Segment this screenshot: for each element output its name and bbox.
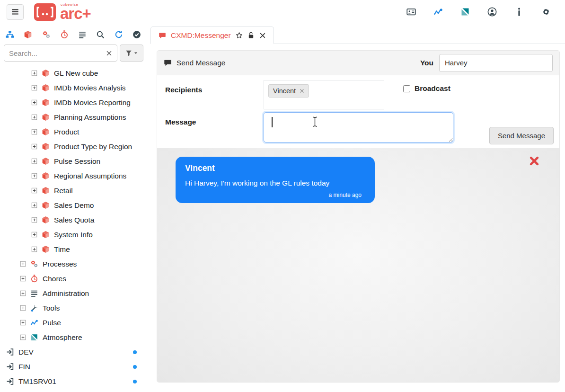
expand-icon[interactable] xyxy=(31,99,37,106)
refresh-icon[interactable] xyxy=(115,30,123,39)
tree-item-server-dev[interactable]: DEV xyxy=(0,345,147,359)
hamburger-icon xyxy=(11,8,19,16)
expand-icon[interactable] xyxy=(31,158,37,164)
tree-item-label: Product Type by Region xyxy=(54,143,132,151)
tree-item-pulse[interactable]: Pulse xyxy=(0,315,147,330)
tab-cxmd-messenger[interactable]: CXMD:Messenger xyxy=(150,27,274,44)
hierarchy-icon[interactable] xyxy=(6,30,14,39)
search-box[interactable] xyxy=(4,45,117,62)
message-textarea[interactable] xyxy=(264,112,453,143)
expand-icon[interactable] xyxy=(20,320,26,326)
tree-item-atmosphere[interactable]: Atmosphere xyxy=(0,330,147,345)
tree-item-label: DEV xyxy=(18,348,34,356)
expand-icon[interactable] xyxy=(31,173,37,179)
info-icon[interactable] xyxy=(514,7,524,17)
star-icon[interactable] xyxy=(236,32,243,39)
tree-item-label: Processes xyxy=(43,260,77,268)
cube-icon xyxy=(42,157,50,165)
filter-dropdown-button[interactable] xyxy=(120,45,143,62)
hamburger-menu-button[interactable] xyxy=(7,4,24,20)
expand-icon[interactable] xyxy=(31,129,37,135)
check-circle-icon[interactable] xyxy=(132,30,141,39)
contacts-card-icon[interactable] xyxy=(406,7,416,17)
clear-search-icon[interactable] xyxy=(106,50,112,56)
search-icon[interactable] xyxy=(96,30,105,39)
expand-icon[interactable] xyxy=(20,261,26,267)
tree-item-server-fin[interactable]: FIN xyxy=(0,359,147,374)
close-tab-icon[interactable] xyxy=(259,32,266,39)
list-icon[interactable] xyxy=(78,30,87,39)
expand-icon[interactable] xyxy=(31,85,37,91)
tab-bar: CXMD:Messenger xyxy=(150,27,565,44)
tools-icon xyxy=(30,304,38,312)
login-arrow-icon xyxy=(6,363,14,371)
atmosphere-icon xyxy=(30,333,38,341)
tree-item-cube[interactable]: Product xyxy=(0,125,147,139)
tree-item-label: Sales Demo xyxy=(54,201,94,210)
expand-icon[interactable] xyxy=(20,334,26,340)
expand-icon[interactable] xyxy=(31,202,37,208)
tree-item-label: Atmosphere xyxy=(43,333,82,342)
you-name-input[interactable] xyxy=(439,54,553,72)
expand-icon[interactable] xyxy=(31,187,37,194)
broadcast-checkbox[interactable] xyxy=(403,85,410,92)
pulse-icon[interactable] xyxy=(433,7,443,17)
expand-icon[interactable] xyxy=(20,276,26,282)
tree-item-processes[interactable]: Processes xyxy=(0,257,147,271)
tree-item-cube[interactable]: Regional Assumptions xyxy=(0,169,147,183)
expand-icon[interactable] xyxy=(31,70,37,76)
processes-gears-icon[interactable] xyxy=(42,30,51,39)
tree-item-label: Planning Assumptions xyxy=(54,113,126,122)
tree-item-server-tm1srv01[interactable]: TM1SRV01 xyxy=(0,374,147,389)
tree-item-cube[interactable]: Time xyxy=(0,242,147,257)
tree-item-administration[interactable]: Administration xyxy=(0,286,147,301)
recipients-field[interactable]: Vincent xyxy=(264,80,384,109)
expand-icon[interactable] xyxy=(31,114,37,120)
remove-recipient-icon[interactable] xyxy=(300,89,304,93)
expand-icon[interactable] xyxy=(31,246,37,252)
send-message-button[interactable]: Send Message xyxy=(489,127,554,144)
settings-gear-icon[interactable] xyxy=(541,7,551,17)
tree-item-cube[interactable]: IMDb Movies Analysis xyxy=(0,80,147,95)
messenger-header: Send Message You xyxy=(157,51,559,75)
user-circle-icon[interactable] xyxy=(487,7,497,17)
expand-icon[interactable] xyxy=(20,290,26,296)
tree-item-cube[interactable]: GL New cube xyxy=(0,66,147,80)
search-input[interactable] xyxy=(9,49,103,57)
recipient-chip[interactable]: Vincent xyxy=(268,84,309,98)
tree-item-cube[interactable]: System Info xyxy=(0,227,147,242)
cube-icon xyxy=(42,84,50,92)
tree-item-cube[interactable]: Retail xyxy=(0,183,147,198)
cube-icon xyxy=(42,216,50,224)
tree-item-cube[interactable]: Planning Assumptions xyxy=(0,110,147,125)
message-timestamp: a minute ago xyxy=(185,192,365,198)
chores-clock-icon[interactable] xyxy=(60,30,69,39)
tree-item-chores[interactable]: Chores xyxy=(0,271,147,286)
cube-icon xyxy=(42,128,50,136)
tab-title: CXMD:Messenger xyxy=(171,31,231,40)
expand-icon[interactable] xyxy=(31,143,37,150)
tree-item-cube[interactable]: Product Type by Region xyxy=(0,139,147,154)
clear-history-icon[interactable] xyxy=(529,156,539,166)
tree-item-cube[interactable]: IMDb Movies Reporting xyxy=(0,95,147,110)
cube-icon xyxy=(42,98,50,107)
cubes-filter-icon[interactable] xyxy=(24,30,32,39)
tree-item-cube[interactable]: Sales Quota xyxy=(0,213,147,227)
broadcast-label: Broadcast xyxy=(415,84,450,93)
unlock-icon[interactable] xyxy=(247,32,255,39)
tree-item-cube[interactable]: Pulse Session xyxy=(0,154,147,169)
main-area: CXMD:Messenger Send Message You xyxy=(147,24,565,392)
expand-icon[interactable] xyxy=(20,305,26,311)
broadcast-option[interactable]: Broadcast xyxy=(403,80,450,93)
expand-icon[interactable] xyxy=(31,232,37,238)
tree-item-tools[interactable]: Tools xyxy=(0,301,147,315)
message-label: Message xyxy=(165,112,264,126)
tree-item-label: FIN xyxy=(18,363,30,371)
sidebar: GL New cube IMDb Movies Analysis IMDb Mo… xyxy=(0,24,147,392)
atmosphere-icon[interactable] xyxy=(460,7,470,17)
panel-title: Send Message xyxy=(177,59,225,67)
expand-icon[interactable] xyxy=(31,217,37,223)
list-icon xyxy=(30,289,38,297)
login-arrow-icon xyxy=(6,377,14,385)
tree-item-cube[interactable]: Sales Demo xyxy=(0,198,147,213)
